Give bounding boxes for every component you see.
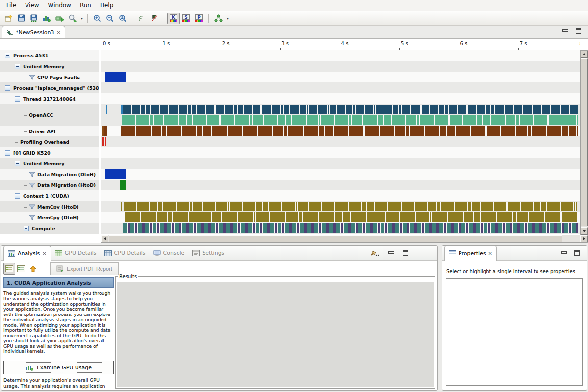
new-session-button[interactable] bbox=[2, 13, 15, 24]
row-label-memcpy-htod[interactable]: MemCpy (HtoD) bbox=[0, 201, 99, 212]
scroll-left-arrow[interactable] bbox=[101, 235, 108, 242]
scroll-up-arrow[interactable] bbox=[581, 51, 588, 58]
zoom-reset-button[interactable] bbox=[116, 13, 129, 24]
back-up-icon[interactable] bbox=[27, 263, 39, 275]
scroll-down-arrow[interactable] bbox=[581, 227, 588, 235]
row-label-driver-api[interactable]: Driver API bbox=[0, 126, 99, 136]
collapse-icon[interactable] bbox=[5, 85, 10, 91]
row-label-cpu-page-faults[interactable]: CPU Page Faults bbox=[0, 72, 99, 82]
row-track-process-4531[interactable] bbox=[101, 50, 580, 61]
row-label-process-4531[interactable]: Process 4531 bbox=[0, 50, 99, 61]
horizontal-scroll-thumb[interactable] bbox=[109, 235, 562, 242]
color-by-kernel-button[interactable]: K bbox=[167, 13, 180, 24]
timeline-interval[interactable] bbox=[102, 137, 104, 146]
collapse-icon[interactable] bbox=[5, 150, 10, 156]
row-label-0-grid-k520[interactable]: [0] GRID K520 bbox=[0, 147, 99, 158]
unguided-analysis-view-icon[interactable] bbox=[15, 263, 27, 275]
tab-properties[interactable]: Properties ✕ bbox=[444, 246, 497, 261]
goto-source-marker-button[interactable] bbox=[135, 13, 148, 24]
row-track-compute[interactable] bbox=[101, 223, 580, 234]
timeline-interval[interactable] bbox=[123, 223, 578, 233]
dependency-analysis-dropdown-button[interactable] bbox=[212, 13, 225, 24]
row-label-compute[interactable]: Compute bbox=[0, 223, 99, 234]
timeline-interval[interactable] bbox=[105, 72, 125, 82]
row-track-context-1-cuda[interactable] bbox=[101, 190, 580, 201]
minimize-icon[interactable] bbox=[388, 250, 394, 256]
timeline-interval[interactable] bbox=[106, 105, 107, 114]
row-label-unified-memory[interactable]: Unified Memory bbox=[0, 158, 99, 169]
row-track-unified-memory[interactable] bbox=[101, 158, 580, 169]
timeline-interval[interactable] bbox=[105, 137, 106, 146]
timeline-interval[interactable] bbox=[120, 180, 126, 190]
timeline-interval[interactable] bbox=[102, 126, 104, 136]
minimize-icon[interactable] bbox=[561, 250, 566, 256]
vertical-scroll-thumb[interactable] bbox=[581, 58, 588, 226]
row-track-unified-memory[interactable] bbox=[101, 61, 580, 72]
profile-application-button[interactable] bbox=[41, 13, 53, 24]
row-track-data-migration-dtoh[interactable] bbox=[101, 169, 580, 180]
collapse-icon[interactable] bbox=[15, 64, 20, 69]
tab-analysis[interactable]: Analysis✕ bbox=[3, 246, 51, 261]
row-track-profiling-overhead[interactable] bbox=[101, 136, 580, 147]
row-label-data-migration-dtoh[interactable]: Data Migration (DtoH) bbox=[0, 169, 99, 180]
timeline-interval[interactable] bbox=[121, 202, 122, 211]
export-pdf-button[interactable]: Export PDF Report bbox=[50, 262, 119, 275]
color-by-process-button[interactable]: P bbox=[193, 13, 205, 24]
row-label-openacc[interactable]: OpenACC bbox=[0, 104, 99, 126]
dropdown-caret-icon[interactable]: ▾ bbox=[225, 16, 230, 21]
view-menu-icon[interactable] bbox=[370, 250, 380, 257]
row-track-0-grid-k520[interactable] bbox=[101, 147, 580, 158]
tab-cpu-details[interactable]: CPU Details bbox=[101, 246, 150, 260]
timeline-interval[interactable] bbox=[122, 115, 578, 125]
tab-gpu-details[interactable]: GPU Details bbox=[51, 246, 101, 260]
row-label-process-laplace-managed-538[interactable]: Process "laplace_managed" (538) bbox=[0, 82, 99, 93]
row-label-memcpy-dtoh[interactable]: MemCpy (DtoH) bbox=[0, 212, 99, 223]
close-icon[interactable]: ✕ bbox=[42, 251, 46, 256]
vertical-scrollbar[interactable] bbox=[580, 50, 588, 235]
tab-newsession3[interactable]: *NewSession3 ✕ bbox=[2, 26, 65, 38]
menu-view[interactable]: View bbox=[21, 0, 43, 10]
timeline-interval[interactable] bbox=[104, 126, 107, 136]
zoom-in-button[interactable] bbox=[91, 13, 103, 24]
row-label-profiling-overhead[interactable]: Profiling Overhead bbox=[0, 136, 99, 147]
menu-help[interactable]: Help bbox=[96, 0, 118, 10]
resume-application-button[interactable] bbox=[53, 13, 66, 24]
zoom-out-button[interactable] bbox=[103, 13, 116, 24]
maximize-icon[interactable] bbox=[403, 250, 408, 256]
examine-gpu-usage-button[interactable]: Examine GPU Usage bbox=[3, 361, 114, 374]
save-button[interactable] bbox=[15, 13, 28, 24]
collapse-icon[interactable] bbox=[5, 53, 10, 58]
scroll-right-arrow[interactable] bbox=[580, 235, 588, 242]
row-track-openacc[interactable] bbox=[101, 104, 580, 126]
maximize-icon[interactable] bbox=[574, 250, 580, 256]
close-icon[interactable]: ✕ bbox=[488, 251, 492, 256]
row-track-process-laplace-managed-538[interactable] bbox=[101, 82, 580, 93]
tab-console[interactable]: Console bbox=[150, 246, 189, 260]
row-track-driver-api[interactable] bbox=[101, 126, 580, 136]
timeline-interval[interactable] bbox=[105, 169, 125, 179]
analyze-dropdown-button[interactable] bbox=[66, 13, 79, 24]
horizontal-scrollbar[interactable] bbox=[101, 235, 588, 243]
close-icon[interactable]: ✕ bbox=[56, 30, 60, 35]
tab-settings[interactable]: Settings bbox=[188, 246, 228, 260]
row-track-cpu-page-faults[interactable] bbox=[101, 72, 580, 82]
row-label-context-1-cuda[interactable]: Context 1 (CUDA) bbox=[0, 190, 99, 201]
timeline-interval[interactable] bbox=[123, 105, 577, 114]
row-track-memcpy-htod[interactable] bbox=[101, 201, 580, 212]
row-label-data-migration-htod[interactable]: Data Migration (HtoD) bbox=[0, 180, 99, 190]
save-all-button[interactable] bbox=[28, 13, 41, 24]
collapse-icon[interactable] bbox=[15, 96, 20, 102]
menu-file[interactable]: File bbox=[2, 0, 21, 10]
maximize-icon[interactable] bbox=[576, 28, 581, 34]
timeline-ruler[interactable]: 0 s1 s2 s3 s4 s5 s6 s7 s8 bbox=[101, 39, 580, 50]
timeline-interval[interactable] bbox=[121, 126, 578, 136]
guided-analysis-view-icon[interactable] bbox=[3, 263, 15, 275]
collapse-icon[interactable] bbox=[24, 226, 29, 231]
timeline-interval[interactable] bbox=[125, 212, 577, 222]
collapse-icon[interactable] bbox=[15, 193, 20, 199]
row-label-unified-memory[interactable]: Unified Memory bbox=[0, 61, 99, 72]
color-by-stream-button[interactable]: S bbox=[180, 13, 193, 24]
remove-marker-button[interactable] bbox=[148, 13, 161, 24]
timeline-interval[interactable] bbox=[124, 202, 577, 211]
row-track-memcpy-dtoh[interactable] bbox=[101, 212, 580, 223]
